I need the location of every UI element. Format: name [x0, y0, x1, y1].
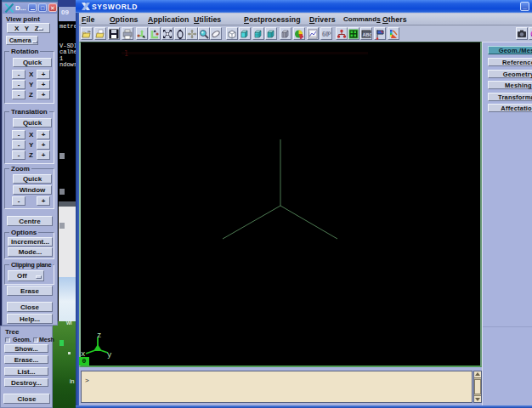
svg-text:60: 60	[322, 31, 329, 38]
svg-text:1: 1	[124, 50, 128, 58]
svg-text:ABC: ABC	[363, 32, 372, 37]
svg-text:z: z	[97, 332, 101, 340]
svg-text:y: y	[107, 351, 112, 360]
